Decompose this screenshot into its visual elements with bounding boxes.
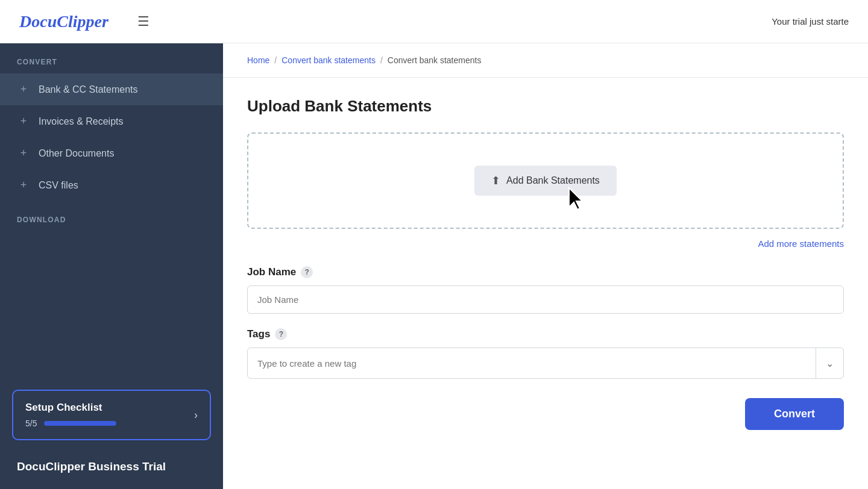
page-title: Upload Bank Statements: [247, 97, 844, 116]
breadcrumb-home[interactable]: Home: [247, 55, 269, 65]
plus-icon-csv: +: [17, 179, 30, 192]
tags-group: Tags ? ⌄: [247, 328, 844, 379]
setup-checklist[interactable]: Setup Checklist 5/5 ›: [12, 390, 211, 440]
download-section-label: DOWNLOAD: [0, 201, 223, 231]
header: DocuClipper ☰ Your trial just starte: [0, 0, 868, 43]
plus-icon-bank: +: [17, 83, 30, 96]
plus-icon-other: +: [17, 147, 30, 160]
breadcrumb-current: Convert bank statements: [388, 55, 482, 65]
main-content: Home / Convert bank statements / Convert…: [223, 43, 868, 489]
chevron-right-icon: ›: [194, 409, 198, 422]
progress-bar-bg: [44, 421, 116, 426]
setup-count: 5/5: [25, 419, 37, 428]
page-body: Upload Bank Statements ⬆ Add Bank Statem…: [223, 78, 868, 449]
add-bank-statements-button[interactable]: ⬆ Add Bank Statements: [474, 166, 617, 196]
plus-icon-invoices: +: [17, 115, 30, 128]
tags-dropdown-icon[interactable]: ⌄: [816, 348, 843, 378]
sidebar-item-csv[interactable]: + CSV files: [0, 169, 223, 201]
sidebar-label-csv: CSV files: [39, 180, 78, 191]
tags-input-wrapper: ⌄: [247, 347, 844, 379]
job-name-help-icon[interactable]: ?: [301, 266, 313, 278]
job-name-group: Job Name ?: [247, 266, 844, 314]
setup-checklist-progress: 5/5: [25, 419, 116, 428]
add-more-statements-link[interactable]: Add more statements: [758, 238, 844, 249]
breadcrumb-sep-1: /: [274, 55, 277, 65]
job-name-input[interactable]: [247, 285, 844, 314]
tags-help-icon[interactable]: ?: [275, 328, 287, 340]
convert-section-label: CONVERT: [0, 43, 223, 73]
breadcrumb: Home / Convert bank statements / Convert…: [223, 43, 868, 78]
trial-text: Your trial just starte: [772, 16, 849, 26]
convert-button[interactable]: Convert: [745, 398, 844, 430]
sidebar-item-other-docs[interactable]: + Other Documents: [0, 137, 223, 169]
body-layout: CONVERT + Bank & CC Statements + Invoice…: [0, 43, 868, 489]
business-trial: DocuClipper Business Trial: [0, 450, 223, 489]
setup-checklist-title: Setup Checklist: [25, 402, 116, 414]
upload-btn-label: Add Bank Statements: [506, 175, 600, 186]
sidebar-label-invoices: Invoices & Receipts: [39, 116, 124, 127]
breadcrumb-sep-2: /: [380, 55, 383, 65]
breadcrumb-convert-link[interactable]: Convert bank statements: [281, 55, 376, 65]
sidebar-label-bank-cc: Bank & CC Statements: [39, 84, 138, 95]
tags-input[interactable]: [248, 350, 816, 377]
sidebar: CONVERT + Bank & CC Statements + Invoice…: [0, 43, 223, 489]
progress-bar-fill: [44, 421, 116, 426]
job-name-label: Job Name ?: [247, 266, 844, 278]
sidebar-item-invoices[interactable]: + Invoices & Receipts: [0, 105, 223, 137]
business-trial-title: DocuClipper Business Trial: [17, 459, 206, 475]
sidebar-item-bank-cc[interactable]: + Bank & CC Statements: [0, 73, 223, 105]
add-more-link-row: Add more statements: [247, 238, 844, 249]
hamburger-icon[interactable]: ☰: [133, 9, 154, 34]
upload-area[interactable]: ⬆ Add Bank Statements: [247, 132, 844, 229]
tags-label: Tags ?: [247, 328, 844, 340]
logo[interactable]: DocuClipper: [19, 12, 108, 31]
convert-btn-row: Convert: [247, 398, 844, 430]
upload-icon: ⬆: [491, 174, 500, 187]
sidebar-label-other-docs: Other Documents: [39, 148, 114, 159]
